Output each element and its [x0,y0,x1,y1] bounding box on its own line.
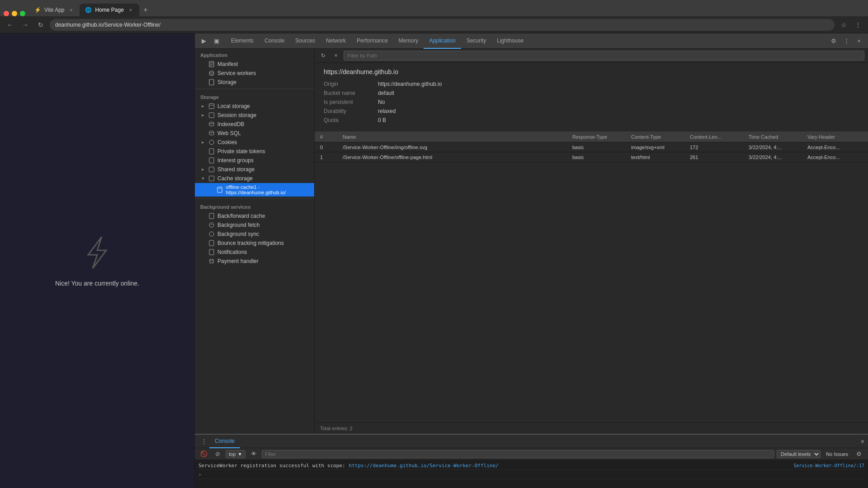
console-dots-btn[interactable]: ⋮ [198,436,209,447]
filter-bar: ↻ × [315,49,868,63]
cache-storage-expand[interactable]: ▼ [200,176,206,181]
table-row[interactable]: 1 /Service-Worker-Offline/offline-page.h… [315,152,868,162]
sidebar-item-session-storage[interactable]: ► Session storage [195,111,314,120]
bucket-name-row: Bucket name default [324,90,859,96]
cell-content-len-1: 261 [688,155,747,160]
sidebar-item-cookies[interactable]: ► Cookies [195,138,314,147]
sidebar-item-manifest[interactable]: Manifest [195,60,314,69]
console-eye-btn[interactable]: 👁 [248,449,259,460]
tab-application[interactable]: Application [424,33,461,49]
close-devtools-btn[interactable]: × [854,36,864,47]
local-storage-expand[interactable]: ► [200,104,206,108]
console-settings-btn[interactable]: ⚙ [854,449,864,460]
maximize-window-btn[interactable] [20,11,25,16]
console-clear-btn[interactable]: 🚫 [198,449,209,460]
devtools-body: Application Manifest Service worker [195,49,868,434]
cell-content-type-0: image/svg+xml [629,145,688,150]
web-sql-label: Web SQL [217,130,241,136]
new-tab-btn[interactable]: + [139,4,152,16]
header-num: # [318,134,341,140]
durability-label: Durability [324,108,378,114]
session-storage-label: Session storage [217,112,256,118]
tab-lighthouse[interactable]: Lighthouse [491,33,529,49]
sidebar-item-shared-storage[interactable]: ► Shared storage [195,165,314,174]
svg-rect-21 [209,240,214,246]
browser-tab-home[interactable]: 🌐 Home Page × [80,4,139,16]
background-fetch-label: Background fetch [217,222,259,228]
browser-tab-vite[interactable]: ⚡ Vite App × [29,4,80,16]
tab-label-vite: Vite App [44,7,64,13]
tab-network[interactable]: Network [321,33,351,49]
context-selector[interactable]: top ▼ [226,450,245,458]
console-filter-input[interactable] [262,450,774,458]
back-btn[interactable]: ← [4,19,16,31]
sidebar-item-back-forward[interactable]: Back/forward cache [195,211,314,221]
storage-section-title: Storage [195,91,314,102]
filter-input[interactable] [344,51,864,61]
sidebar-item-indexeddb[interactable]: IndexedDB [195,120,314,129]
sidebar-item-notifications[interactable]: Notifications [195,248,314,257]
sidebar-item-storage[interactable]: Storage [195,78,314,87]
sidebar-item-cache-storage[interactable]: ▼ Cache storage [195,174,314,183]
console-filter-toggle[interactable]: ⊘ [212,449,223,460]
settings-icon-btn[interactable]: ⚙ [828,36,839,47]
tab-close-vite[interactable]: × [68,7,74,13]
sidebar-item-payment-handler[interactable]: Payment handler [195,257,314,266]
sidebar-item-private-state-tokens[interactable]: Private state tokens [195,147,314,156]
browser-frame: ⚡ Vite App × 🌐 Home Page × + ← → ↻ deanh… [0,0,868,488]
shared-storage-expand[interactable]: ► [200,167,206,172]
console-level-select[interactable]: Default levels [777,450,821,458]
console-close-btn[interactable]: × [861,438,864,445]
tab-close-home[interactable]: × [127,7,134,13]
inspect-icon-btn[interactable]: ▶ [198,36,209,47]
reload-btn[interactable]: ↻ [34,19,47,31]
svg-rect-16 [217,187,222,192]
sidebar-item-interest-groups[interactable]: Interest groups [195,156,314,165]
sidebar-item-bounce-tracking[interactable]: Bounce tracking mitigations [195,239,314,248]
device-icon-btn[interactable]: ▣ [211,36,222,47]
main-content-panel: ↻ × https://deanhume.github.io Origin ht… [315,49,868,434]
address-bar[interactable]: deanhume.github.io/Service-Worker-Offlin… [50,19,835,31]
sidebar-item-web-sql[interactable]: Web SQL [195,129,314,138]
sidebar-item-background-sync[interactable]: Background sync [195,230,314,239]
sidebar-item-service-workers[interactable]: Service workers [195,69,314,78]
tab-console[interactable]: Console [259,33,290,49]
sidebar-item-local-storage[interactable]: ► Local storage [195,102,314,111]
origin-row: Origin https://deanhume.github.io [324,81,859,87]
tab-sources[interactable]: Sources [290,33,321,49]
tab-security[interactable]: Security [461,33,491,49]
more-icon-btn[interactable]: ⋮ [841,36,852,47]
tab-memory[interactable]: Memory [393,33,424,49]
close-window-btn[interactable] [4,11,9,16]
tab-label-home: Home Page [95,7,123,13]
tab-favicon-home: 🌐 [85,7,91,13]
console-source-link[interactable]: Service-Worker-Offline/:17 [793,463,864,468]
bookmark-btn[interactable]: ☆ [837,19,850,31]
header-response-type: Response-Type [571,134,629,140]
service-workers-icon [208,70,215,76]
console-scope-link[interactable]: https://deanhume.github.io/Service-Worke… [349,463,499,469]
svg-point-10 [209,131,214,133]
persistent-label: Is persistent [324,99,378,105]
menu-btn[interactable]: ⋮ [852,19,864,31]
clear-btn[interactable]: × [331,51,341,61]
svg-rect-22 [209,249,214,255]
header-vary-header: Vary Header [806,134,864,140]
back-forward-label: Back/forward cache [217,213,265,219]
forward-btn[interactable]: → [19,19,32,31]
tab-performance[interactable]: Performance [351,33,393,49]
sidebar-item-background-fetch[interactable]: Background fetch [195,221,314,230]
console-prompt-line[interactable]: > [198,470,864,479]
session-storage-expand[interactable]: ► [200,113,206,117]
console-tab-console[interactable]: Console [209,435,240,448]
tab-elements[interactable]: Elements [226,33,259,49]
refresh-btn[interactable]: ↻ [318,51,328,61]
table-row[interactable]: 0 /Service-Worker-Offline/img/offline.sv… [315,142,868,152]
cookies-expand[interactable]: ► [200,140,206,145]
bounce-tracking-label: Bounce tracking mitigations [217,240,284,246]
sidebar-item-offline-cache[interactable]: offline-cache1 - https://deanhume.github… [195,183,314,197]
minimize-window-btn[interactable] [12,11,17,16]
quota-row: Quota 0 B [324,117,859,123]
svg-point-20 [209,232,214,236]
background-sync-icon [208,231,215,237]
